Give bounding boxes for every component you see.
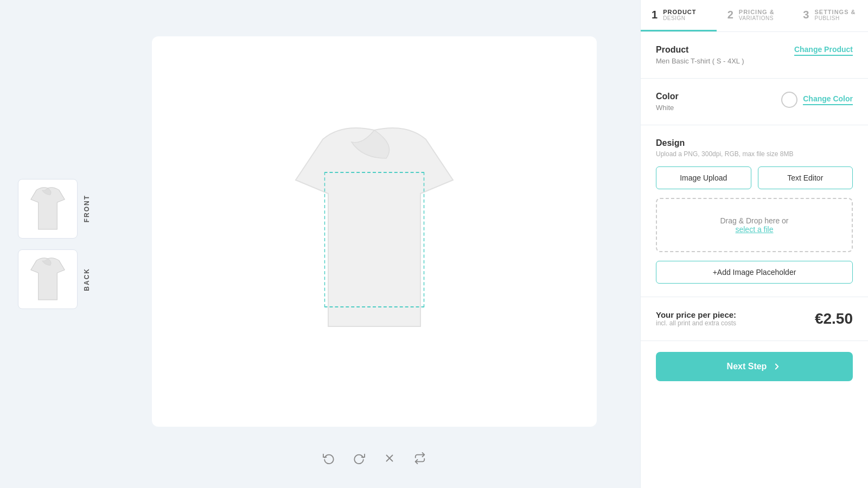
price-value: €2.50	[815, 310, 853, 328]
next-step-button[interactable]: Next Step	[656, 352, 853, 381]
step-1[interactable]: 1 PRODUCT DESIGN	[641, 0, 717, 31]
step-1-subtitle: DESIGN	[663, 15, 696, 21]
color-section: Color White Change Color	[641, 79, 868, 125]
toolbar	[319, 448, 430, 468]
flip-button[interactable]	[410, 448, 430, 468]
color-label: Color	[656, 92, 679, 101]
next-step-arrow-icon	[772, 362, 782, 371]
drop-text: Drag & Drop here or	[720, 216, 788, 225]
steps-header: 1 PRODUCT DESIGN 2 PRICING & VARIATIONS …	[641, 0, 868, 32]
thumbnails-panel: FRONT BACK	[0, 0, 108, 488]
step-2-num: 2	[727, 9, 733, 21]
design-label: Design	[656, 138, 853, 148]
add-placeholder-button[interactable]: +Add Image Placeholder	[656, 261, 853, 284]
color-swatch	[781, 92, 797, 108]
next-step-label: Next Step	[727, 362, 767, 371]
image-upload-button[interactable]: Image Upload	[656, 166, 751, 189]
design-section: Design Upload a PNG, 300dpi, RGB, max fi…	[641, 125, 868, 297]
price-label: Your price per piece:	[656, 310, 736, 319]
product-label: Product	[656, 45, 744, 55]
color-row: Change Color	[781, 92, 853, 108]
step-2-subtitle: VARIATIONS	[739, 15, 775, 21]
delete-button[interactable]	[380, 448, 399, 468]
step-3[interactable]: 3 SETTINGS & PUBLISH	[792, 0, 868, 31]
design-btn-row: Image Upload Text Editor	[656, 166, 853, 189]
thumbnail-back[interactable]: BACK	[18, 249, 91, 309]
step-3-subtitle: PUBLISH	[814, 15, 856, 21]
design-print-area[interactable]	[324, 172, 425, 307]
design-subtitle: Upload a PNG, 300dpi, RGB, max file size…	[656, 150, 853, 158]
thumbnail-back-box[interactable]	[18, 249, 78, 309]
tshirt-wrapper	[288, 115, 461, 348]
thumbnail-back-label: BACK	[83, 268, 91, 291]
thumbnail-front-box[interactable]	[18, 179, 78, 239]
step-3-title: SETTINGS &	[814, 9, 856, 15]
right-panel: 1 PRODUCT DESIGN 2 PRICING & VARIATIONS …	[640, 0, 868, 488]
price-section: Your price per piece: incl. all print an…	[641, 297, 868, 341]
thumbnail-front-label: FRONT	[83, 195, 91, 222]
drop-zone[interactable]: Drag & Drop here or select a file	[656, 198, 853, 252]
redo-button[interactable]	[349, 448, 369, 468]
product-value: Men Basic T-shirt ( S - 4XL )	[656, 57, 744, 65]
text-editor-button[interactable]: Text Editor	[758, 166, 853, 189]
color-value: White	[656, 104, 679, 112]
change-product-link[interactable]: Change Product	[794, 45, 853, 56]
main-canvas	[108, 0, 640, 488]
price-note: incl. all print and extra costs	[656, 319, 736, 327]
product-section: Product Men Basic T-shirt ( S - 4XL ) Ch…	[641, 32, 868, 79]
step-1-num: 1	[652, 9, 658, 21]
undo-button[interactable]	[319, 448, 339, 468]
step-3-num: 3	[803, 9, 809, 21]
thumbnail-front[interactable]: FRONT	[18, 179, 91, 239]
step-1-title: PRODUCT	[663, 9, 696, 15]
change-color-link[interactable]: Change Color	[803, 94, 853, 105]
step-2-title: PRICING &	[739, 9, 775, 15]
select-file-link[interactable]: select a file	[735, 225, 773, 234]
step-2[interactable]: 2 PRICING & VARIATIONS	[717, 0, 793, 31]
canvas-container	[152, 36, 597, 427]
